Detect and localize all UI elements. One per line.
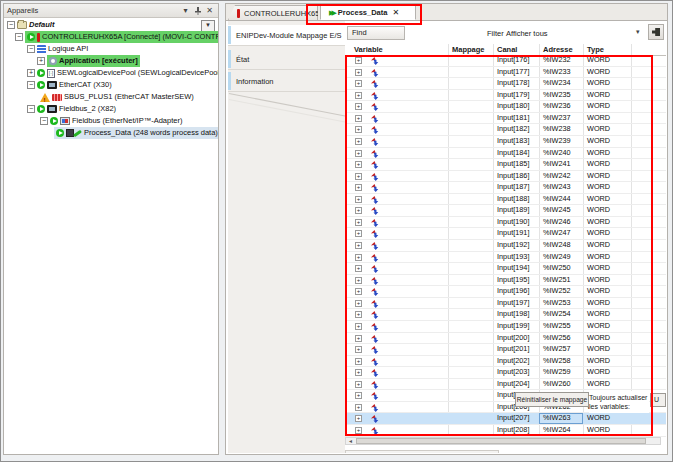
table-row[interactable]: +Input[192]%IW248WORD (345, 240, 666, 252)
cell-canal[interactable]: Input[184] (497, 148, 529, 159)
expand-icon[interactable]: + (355, 404, 362, 411)
tree-item-default[interactable]: − Default ▼ (4, 19, 218, 31)
cell-adresse[interactable]: %IW241 (543, 159, 571, 170)
expand-icon[interactable]: + (355, 427, 362, 434)
table-row[interactable]: +Input[202]%IW258WORD (345, 356, 666, 368)
expand-icon[interactable]: + (355, 80, 362, 87)
expand-icon[interactable]: + (355, 335, 362, 342)
expand-icon[interactable]: + (355, 323, 362, 330)
expand-icon[interactable]: + (355, 161, 362, 168)
expand-icon[interactable]: + (355, 103, 362, 110)
collapse-icon[interactable]: − (27, 105, 35, 113)
table-row[interactable]: +Input[176]%IW232WORD (345, 55, 666, 67)
table-row[interactable]: +Input[190]%IW246WORD (345, 217, 666, 229)
cell-adresse[interactable]: %IW258 (543, 356, 571, 367)
table-row[interactable]: +Input[193]%IW249WORD (345, 252, 666, 264)
tree-item-logique-api[interactable]: − Logique API (4, 43, 218, 55)
cell-adresse[interactable]: %IW256 (543, 333, 571, 344)
tree-item-fieldbus-2[interactable]: − Fieldbus_2 (X82) (4, 103, 218, 115)
table-row[interactable]: +Input[196]%IW252WORD (345, 286, 666, 298)
cell-adresse[interactable]: %IW235 (543, 90, 571, 101)
table-row[interactable]: +Input[198]%IW254WORD (345, 309, 666, 321)
cell-adresse[interactable]: %IW255 (543, 321, 571, 332)
tab-close-icon[interactable]: ✕ (392, 8, 399, 17)
expand-icon[interactable]: + (355, 138, 362, 145)
tree-item-ethercat[interactable]: − EtherCAT (X30) (4, 79, 218, 91)
cell-canal[interactable]: Input[177] (497, 67, 529, 78)
table-row[interactable]: +Input[200]%IW256WORD (345, 333, 666, 345)
cell-canal[interactable]: Input[185] (497, 159, 529, 170)
table-row[interactable]: +Input[191]%IW247WORD (345, 228, 666, 240)
cell-canal[interactable]: Input[180] (497, 101, 529, 112)
cell-type[interactable]: WORD (587, 67, 610, 78)
reset-mapping-button[interactable]: Réinitialiser le mappage (515, 392, 589, 407)
cell-adresse[interactable]: %IW240 (543, 148, 571, 159)
cell-type[interactable]: WORD (587, 321, 610, 332)
cell-canal[interactable]: Input[192] (497, 240, 529, 251)
table-row[interactable]: +Input[186]%IW242WORD (345, 171, 666, 183)
cell-type[interactable]: WORD (587, 298, 610, 309)
cell-adresse[interactable]: %IW239 (543, 136, 571, 147)
table-row[interactable]: +Input[180]%IW236WORD (345, 101, 666, 113)
scroll-left-icon[interactable]: ◄ (346, 438, 355, 444)
table-row[interactable]: +Input[203]%IW259WORD (345, 367, 666, 379)
expand-icon[interactable]: + (355, 173, 362, 180)
cell-adresse[interactable]: %IW237 (543, 113, 571, 124)
cell-adresse[interactable]: %IW253 (543, 298, 571, 309)
tab-process-data[interactable]: ▶▶ Process_Data ✕ (320, 5, 416, 20)
close-icon[interactable]: ✕ (204, 5, 215, 16)
expand-icon[interactable]: + (355, 207, 362, 214)
table-row[interactable]: +Input[188]%IW244WORD (345, 194, 666, 206)
cell-adresse[interactable]: %IW259 (543, 367, 571, 378)
expand-icon[interactable]: + (355, 381, 362, 388)
cell-adresse[interactable]: %IW251 (543, 275, 571, 286)
cell-adresse[interactable]: %IW238 (543, 124, 571, 135)
cell-type[interactable]: WORD (587, 240, 610, 251)
update-mode-dropdown[interactable]: U (650, 393, 666, 407)
cell-canal[interactable]: Input[194] (497, 263, 529, 274)
tab-controlleruhx65a[interactable]: CONTROLLERUHX65A (228, 5, 318, 20)
cell-type[interactable]: WORD (587, 286, 610, 297)
cell-canal[interactable]: Input[193] (497, 252, 529, 263)
cell-type[interactable]: WORD (587, 205, 610, 216)
cell-adresse[interactable]: %IW248 (543, 240, 571, 251)
table-row[interactable]: +Input[201]%IW257WORD (345, 344, 666, 356)
cell-adresse[interactable]: %IW254 (543, 309, 571, 320)
expand-icon[interactable]: + (355, 415, 362, 422)
cell-adresse[interactable]: %IW247 (543, 228, 571, 239)
table-row[interactable]: +Input[194]%IW250WORD (345, 263, 666, 275)
cell-type[interactable]: WORD (587, 101, 610, 112)
cell-type[interactable]: WORD (587, 275, 610, 286)
cell-type[interactable]: WORD (587, 425, 610, 436)
cell-canal[interactable]: Input[186] (497, 171, 529, 182)
cell-canal[interactable]: Input[178] (497, 78, 529, 89)
table-row[interactable]: +Input[183]%IW239WORD (345, 136, 666, 148)
expand-icon[interactable]: + (355, 288, 362, 295)
cell-type[interactable]: WORD (587, 379, 610, 390)
tree-item-application[interactable]: + Application [exécuter] (4, 55, 218, 67)
column-header-canal[interactable]: Canal (497, 44, 517, 55)
pin-icon[interactable] (192, 5, 203, 16)
cell-canal[interactable]: Input[201] (497, 344, 529, 355)
cell-canal[interactable]: Input[179] (497, 90, 529, 101)
cell-type[interactable]: WORD (587, 228, 610, 239)
cell-adresse[interactable]: %IW245 (543, 205, 571, 216)
cell-adresse[interactable]: %IW260 (543, 379, 571, 390)
column-header-adresse[interactable]: Adresse (543, 44, 573, 55)
cell-canal[interactable]: Input[188] (497, 194, 529, 205)
cell-canal[interactable]: Input[182] (497, 124, 529, 135)
cell-adresse[interactable]: %IW243 (543, 182, 571, 193)
cell-type[interactable]: WORD (587, 171, 610, 182)
collapse-icon[interactable]: − (27, 45, 35, 53)
cell-type[interactable]: WORD (587, 252, 610, 263)
table-row[interactable]: +Input[199]%IW255WORD (345, 321, 666, 333)
cell-canal[interactable]: Input[181] (497, 113, 529, 124)
cell-type[interactable]: WORD (587, 113, 610, 124)
horizontal-scrollbar[interactable]: ◄ (345, 437, 661, 445)
cell-canal[interactable]: Input[176] (497, 55, 529, 66)
expand-icon[interactable]: + (355, 254, 362, 261)
table-row[interactable]: +Input[182]%IW238WORD (345, 124, 666, 136)
cell-canal[interactable]: Input[202] (497, 356, 529, 367)
cell-canal[interactable]: Input[199] (497, 321, 529, 332)
table-row[interactable]: +Input[184]%IW240WORD (345, 148, 666, 160)
